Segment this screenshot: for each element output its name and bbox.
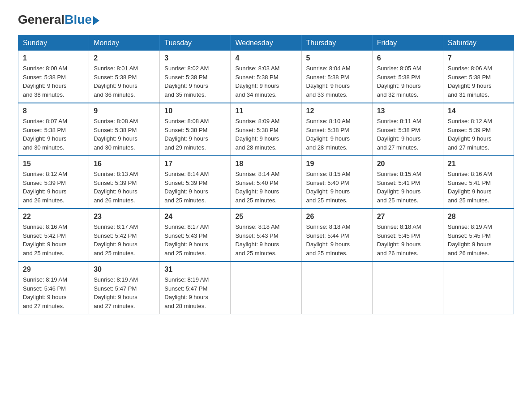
day-info: Sunrise: 8:19 AMSunset: 5:45 PMDaylight:… — [448, 223, 509, 257]
calendar-cell — [301, 261, 372, 314]
calendar-cell — [231, 261, 301, 314]
day-number: 16 — [94, 160, 155, 168]
calendar-cell: 30Sunrise: 8:19 AMSunset: 5:47 PMDayligh… — [89, 261, 160, 314]
day-number: 12 — [306, 107, 368, 115]
calendar-cell: 15Sunrise: 8:12 AMSunset: 5:39 PMDayligh… — [18, 156, 89, 209]
calendar-cell: 27Sunrise: 8:18 AMSunset: 5:45 PMDayligh… — [372, 209, 443, 261]
day-info: Sunrise: 8:02 AMSunset: 5:38 PMDaylight:… — [164, 64, 226, 99]
calendar-cell: 14Sunrise: 8:12 AMSunset: 5:39 PMDayligh… — [443, 103, 514, 156]
day-info: Sunrise: 8:19 AMSunset: 5:47 PMDaylight:… — [94, 275, 155, 310]
calendar-cell: 23Sunrise: 8:17 AMSunset: 5:42 PMDayligh… — [89, 209, 160, 261]
calendar-cell: 13Sunrise: 8:11 AMSunset: 5:38 PMDayligh… — [372, 103, 443, 156]
calendar-cell: 2Sunrise: 8:01 AMSunset: 5:38 PMDaylight… — [89, 51, 160, 103]
day-info: Sunrise: 8:13 AMSunset: 5:39 PMDaylight:… — [94, 170, 155, 205]
day-number: 24 — [164, 213, 226, 221]
calendar-cell: 18Sunrise: 8:14 AMSunset: 5:40 PMDayligh… — [231, 156, 301, 209]
calendar-cell: 1Sunrise: 8:00 AMSunset: 5:38 PMDaylight… — [18, 51, 89, 103]
day-number: 26 — [306, 213, 368, 221]
logo-blue-part: Blue — [64, 13, 99, 26]
day-info: Sunrise: 8:17 AMSunset: 5:42 PMDaylight:… — [94, 223, 155, 257]
day-info: Sunrise: 8:12 AMSunset: 5:39 PMDaylight:… — [448, 117, 509, 152]
day-info: Sunrise: 8:03 AMSunset: 5:38 PMDaylight:… — [235, 64, 296, 99]
calendar-cell: 20Sunrise: 8:15 AMSunset: 5:41 PMDayligh… — [372, 156, 443, 209]
logo-arrow-icon — [93, 16, 99, 25]
day-number: 14 — [448, 107, 509, 115]
calendar-cell: 31Sunrise: 8:19 AMSunset: 5:47 PMDayligh… — [160, 261, 231, 314]
day-info: Sunrise: 8:06 AMSunset: 5:38 PMDaylight:… — [448, 64, 509, 99]
day-info: Sunrise: 8:16 AMSunset: 5:41 PMDaylight:… — [448, 170, 509, 205]
calendar-cell: 28Sunrise: 8:19 AMSunset: 5:45 PMDayligh… — [443, 209, 514, 261]
weekday-header-thursday: Thursday — [301, 35, 372, 51]
day-info: Sunrise: 8:09 AMSunset: 5:38 PMDaylight:… — [235, 117, 296, 152]
day-number: 3 — [164, 54, 226, 62]
calendar-table: SundayMondayTuesdayWednesdayThursdayFrid… — [18, 35, 514, 314]
logo-blue-text: Blue — [64, 13, 92, 26]
day-info: Sunrise: 8:19 AMSunset: 5:46 PMDaylight:… — [23, 275, 84, 310]
day-number: 11 — [235, 107, 296, 115]
day-number: 17 — [164, 160, 226, 168]
day-number: 27 — [377, 213, 438, 221]
day-number: 15 — [23, 160, 84, 168]
day-number: 10 — [164, 107, 226, 115]
day-number: 22 — [23, 213, 84, 221]
calendar-cell: 25Sunrise: 8:18 AMSunset: 5:43 PMDayligh… — [231, 209, 301, 261]
calendar-week-row: 15Sunrise: 8:12 AMSunset: 5:39 PMDayligh… — [18, 156, 514, 209]
day-info: Sunrise: 8:01 AMSunset: 5:38 PMDaylight:… — [94, 64, 155, 99]
logo: General Blue — [18, 13, 99, 26]
calendar-cell: 8Sunrise: 8:07 AMSunset: 5:38 PMDaylight… — [18, 103, 89, 156]
day-info: Sunrise: 8:00 AMSunset: 5:38 PMDaylight:… — [23, 64, 84, 99]
day-number: 18 — [235, 160, 296, 168]
day-info: Sunrise: 8:15 AMSunset: 5:40 PMDaylight:… — [306, 170, 368, 205]
calendar-cell: 4Sunrise: 8:03 AMSunset: 5:38 PMDaylight… — [231, 51, 301, 103]
weekday-header-tuesday: Tuesday — [160, 35, 231, 51]
day-info: Sunrise: 8:08 AMSunset: 5:38 PMDaylight:… — [164, 117, 226, 152]
weekday-header-friday: Friday — [372, 35, 443, 51]
calendar-cell: 3Sunrise: 8:02 AMSunset: 5:38 PMDaylight… — [160, 51, 231, 103]
day-number: 7 — [448, 54, 509, 62]
calendar-cell: 16Sunrise: 8:13 AMSunset: 5:39 PMDayligh… — [89, 156, 160, 209]
day-info: Sunrise: 8:08 AMSunset: 5:38 PMDaylight:… — [94, 117, 155, 152]
calendar-cell: 22Sunrise: 8:16 AMSunset: 5:42 PMDayligh… — [18, 209, 89, 261]
day-info: Sunrise: 8:10 AMSunset: 5:38 PMDaylight:… — [306, 117, 368, 152]
day-info: Sunrise: 8:07 AMSunset: 5:38 PMDaylight:… — [23, 117, 84, 152]
page-header: General Blue — [18, 13, 514, 26]
calendar-cell: 24Sunrise: 8:17 AMSunset: 5:43 PMDayligh… — [160, 209, 231, 261]
day-number: 30 — [94, 265, 155, 274]
calendar-body: 1Sunrise: 8:00 AMSunset: 5:38 PMDaylight… — [18, 51, 514, 314]
calendar-cell: 7Sunrise: 8:06 AMSunset: 5:38 PMDaylight… — [443, 51, 514, 103]
calendar-header: SundayMondayTuesdayWednesdayThursdayFrid… — [18, 35, 514, 51]
day-info: Sunrise: 8:18 AMSunset: 5:44 PMDaylight:… — [306, 223, 368, 257]
day-number: 5 — [306, 54, 368, 62]
day-number: 28 — [448, 213, 509, 221]
day-number: 19 — [306, 160, 368, 168]
day-number: 23 — [94, 213, 155, 221]
day-info: Sunrise: 8:14 AMSunset: 5:39 PMDaylight:… — [164, 170, 226, 205]
weekday-header-row: SundayMondayTuesdayWednesdayThursdayFrid… — [18, 35, 514, 51]
weekday-header-sunday: Sunday — [18, 35, 89, 51]
calendar-cell: 29Sunrise: 8:19 AMSunset: 5:46 PMDayligh… — [18, 261, 89, 314]
calendar-cell: 12Sunrise: 8:10 AMSunset: 5:38 PMDayligh… — [301, 103, 372, 156]
day-info: Sunrise: 8:14 AMSunset: 5:40 PMDaylight:… — [235, 170, 296, 205]
calendar-cell: 11Sunrise: 8:09 AMSunset: 5:38 PMDayligh… — [231, 103, 301, 156]
weekday-header-saturday: Saturday — [443, 35, 514, 51]
calendar-week-row: 22Sunrise: 8:16 AMSunset: 5:42 PMDayligh… — [18, 209, 514, 261]
day-info: Sunrise: 8:18 AMSunset: 5:43 PMDaylight:… — [235, 223, 296, 257]
day-info: Sunrise: 8:05 AMSunset: 5:38 PMDaylight:… — [377, 64, 438, 99]
calendar-cell: 19Sunrise: 8:15 AMSunset: 5:40 PMDayligh… — [301, 156, 372, 209]
day-info: Sunrise: 8:04 AMSunset: 5:38 PMDaylight:… — [306, 64, 368, 99]
calendar-week-row: 29Sunrise: 8:19 AMSunset: 5:46 PMDayligh… — [18, 261, 514, 314]
calendar-week-row: 1Sunrise: 8:00 AMSunset: 5:38 PMDaylight… — [18, 51, 514, 103]
day-info: Sunrise: 8:19 AMSunset: 5:47 PMDaylight:… — [164, 275, 226, 310]
logo-general-text: General — [18, 13, 64, 26]
calendar-cell — [372, 261, 443, 314]
calendar-cell: 9Sunrise: 8:08 AMSunset: 5:38 PMDaylight… — [89, 103, 160, 156]
weekday-header-monday: Monday — [89, 35, 160, 51]
day-info: Sunrise: 8:16 AMSunset: 5:42 PMDaylight:… — [23, 223, 84, 257]
day-info: Sunrise: 8:15 AMSunset: 5:41 PMDaylight:… — [377, 170, 438, 205]
day-number: 8 — [23, 107, 84, 115]
day-number: 9 — [94, 107, 155, 115]
day-number: 4 — [235, 54, 296, 62]
calendar-cell — [443, 261, 514, 314]
day-info: Sunrise: 8:12 AMSunset: 5:39 PMDaylight:… — [23, 170, 84, 205]
day-number: 29 — [23, 265, 84, 274]
